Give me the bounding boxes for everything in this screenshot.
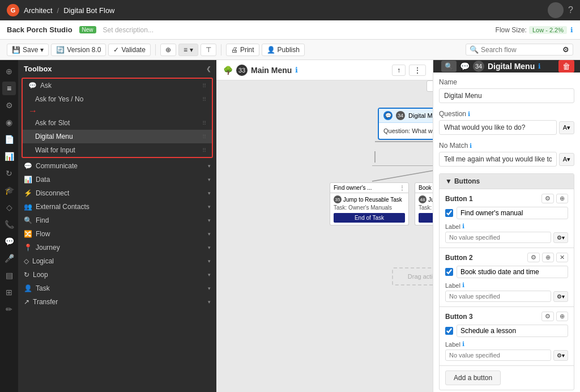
sidebar-item-journey[interactable]: 📍 Journey ▾	[18, 241, 216, 254]
version-icon: 🔄	[56, 46, 65, 54]
rail-icon-edit[interactable]: ✏	[2, 302, 16, 316]
rail-icon-home[interactable]: ⊕	[2, 65, 16, 78]
button3-name-input[interactable]	[457, 325, 568, 337]
studio-name: Back Porch Studio	[7, 25, 72, 34]
rp-name-input[interactable]	[439, 88, 574, 103]
rp-no-match-lang-button[interactable]: A▾	[559, 153, 574, 166]
rail-icon-circle[interactable]: ◉	[2, 116, 16, 129]
ask-icon: 💬	[28, 82, 37, 90]
button2-lang-button[interactable]: ⚙▾	[553, 291, 568, 302]
add-button[interactable]: ⊕	[160, 44, 176, 56]
sidebar-item-ask-slot[interactable]: Ask for Slot ⠿	[23, 116, 212, 130]
add-button-button[interactable]: Add a button	[445, 370, 501, 385]
flow-size-label: Flow Size:	[496, 26, 527, 34]
rail-icon-settings[interactable]: ⚙	[2, 99, 16, 112]
validate-button[interactable]: ✓ Validate	[108, 44, 150, 56]
filter-icon: ⊤	[206, 46, 211, 54]
sidebar-item-task[interactable]: 👤 Task ▾	[18, 282, 216, 295]
b1-num: 35	[334, 195, 342, 203]
filter-button[interactable]: ⊤	[201, 44, 216, 56]
button2-settings-btn[interactable]: ⚙	[527, 253, 540, 262]
version-button[interactable]: 🔄 Version 8.0	[51, 44, 106, 56]
button2-checkbox[interactable]	[445, 268, 453, 276]
rail-icon-graduation[interactable]: 🎓	[2, 184, 16, 197]
sidebar-item-communicate[interactable]: 💬 Communicate ▾	[18, 159, 216, 173]
right-panel-header: 🔍 💬 34 Digital Menu ℹ 🗑	[433, 60, 580, 73]
canvas-num: 33	[236, 65, 248, 76]
set-description[interactable]: Set description...	[103, 26, 153, 34]
button2-more-btn[interactable]: ⊕	[542, 253, 554, 262]
rp-question-input[interactable]	[439, 120, 557, 135]
button3-label-input[interactable]	[445, 350, 551, 361]
digital-menu-node[interactable]: 💬 34 Digital Menu ⚙ ⋮ Question: What wou…	[378, 108, 433, 140]
save-button[interactable]: 💾 Save ▾	[7, 44, 49, 56]
breadcrumb-flow[interactable]: Digital Bot Flow	[63, 6, 114, 15]
button3-more-btn[interactable]: ⊕	[556, 312, 568, 321]
search-settings-button[interactable]: ⚙	[562, 45, 569, 54]
rail-icon-refresh[interactable]: ↻	[2, 167, 16, 180]
rail-icon-layers[interactable]: ▤	[2, 269, 16, 282]
canvas-content[interactable]: Start i 💬 34 Digital Menu ⚙ ⋮ Question: …	[216, 80, 433, 392]
sidebar-item-transfer[interactable]: ↗ Transfer ▾	[18, 295, 216, 309]
data-icon: 📊	[24, 176, 32, 184]
rp-question-lang-button[interactable]: A▾	[559, 121, 574, 134]
button2-label-input[interactable]	[445, 291, 551, 302]
rail-icon-flow[interactable]: ≡	[2, 82, 16, 95]
list-view-button[interactable]: ≡▾	[178, 44, 198, 56]
search-input[interactable]	[481, 46, 560, 54]
button1-checkbox[interactable]	[445, 209, 453, 217]
help-button[interactable]: ?	[568, 5, 573, 15]
button2-name-input[interactable]	[457, 266, 568, 278]
rail-icon-diamond[interactable]: ◇	[2, 201, 16, 214]
sidebar-item-logical[interactable]: ◇ Logical ▾	[18, 254, 216, 268]
rail-icon-mic[interactable]: 🎤	[2, 252, 16, 265]
button1-lang-button[interactable]: ⚙▾	[553, 232, 568, 243]
buttons-section-header[interactable]: ▼ Buttons	[440, 174, 574, 189]
sidebar-item-digital-menu[interactable]: Digital Menu ⠿	[23, 130, 212, 143]
flow-size-value: Low - 2.2%	[529, 26, 567, 34]
print-button[interactable]: 🖨 Print	[226, 44, 259, 56]
sidebar-item-ask[interactable]: 💬 Ask ⠿	[23, 79, 212, 92]
user-avatar[interactable]	[548, 2, 564, 18]
rail-icon-note[interactable]: 📄	[2, 133, 16, 146]
branch1-settings-icon[interactable]: ⋮	[399, 185, 405, 191]
drag-zone[interactable]: Drag action here.	[392, 267, 433, 286]
button1-label-input[interactable]	[445, 232, 551, 243]
sidebar-item-external-contacts[interactable]: 👥 External Contacts ▾	[18, 200, 216, 214]
button3-checkbox[interactable]	[445, 327, 453, 335]
external-contacts-label: External Contacts	[36, 203, 89, 211]
flow-label: Flow	[36, 230, 50, 238]
rp-delete-button[interactable]: 🗑	[558, 60, 574, 73]
sidebar-collapse-icon[interactable]: ❮	[206, 66, 211, 72]
rp-question-input-row: A▾	[439, 120, 574, 135]
sidebar-item-ask-yes-no[interactable]: Ask for Yes / No ⠿	[23, 92, 212, 106]
sidebar-item-disconnect[interactable]: ⚡ Disconnect ▾	[18, 186, 216, 200]
button2-delete-btn[interactable]: ✕	[556, 253, 568, 262]
rail-icon-grid[interactable]: ⊞	[2, 286, 16, 299]
button1-more-btn[interactable]: ⊕	[556, 194, 568, 203]
button2-label-row: Label ℹ ⚙▾	[445, 282, 568, 302]
sidebar-item-loop[interactable]: ↻ Loop ▾	[18, 268, 216, 282]
button1-settings-btn[interactable]: ⚙	[541, 194, 554, 203]
rail-icon-phone[interactable]: 📞	[2, 218, 16, 231]
sidebar-item-find[interactable]: 🔍 Find ▾	[18, 214, 216, 227]
button2-label-label: Label	[445, 282, 460, 289]
rp-no-match-input[interactable]	[439, 152, 557, 167]
button1-name-input[interactable]	[457, 207, 568, 219]
button3-lang-button[interactable]: ⚙▾	[553, 350, 568, 361]
breadcrumb-architect[interactable]: Architect	[24, 6, 53, 15]
button3-settings-btn[interactable]: ⚙	[541, 312, 554, 321]
rail-icon-chart[interactable]: 📊	[2, 150, 16, 163]
rail-icon-chat[interactable]: 💬	[2, 235, 16, 248]
flow-size-info-icon[interactable]: ℹ	[570, 26, 573, 34]
canvas-more-button[interactable]: ⋮	[409, 65, 426, 76]
topbar-right: ?	[548, 2, 573, 18]
sidebar-item-flow[interactable]: 🔀 Flow ▾	[18, 227, 216, 241]
canvas-upload-button[interactable]: ↑	[392, 65, 406, 76]
main-content: ⊕ ≡ ⚙ ◉ 📄 📊 ↻ 🎓 ◇ 📞 💬 🎤 ▤ ⊞ ✏ Toolbox ❮	[0, 60, 580, 392]
rp-search-button[interactable]: 🔍	[441, 61, 457, 72]
publish-button[interactable]: 👤 Publish	[262, 44, 305, 56]
sidebar-header: Toolbox ❮	[18, 60, 216, 76]
sidebar-item-data[interactable]: 📊 Data ▾	[18, 173, 216, 186]
sidebar-item-wait-for-input[interactable]: Wait for Input ⠿	[23, 143, 212, 157]
